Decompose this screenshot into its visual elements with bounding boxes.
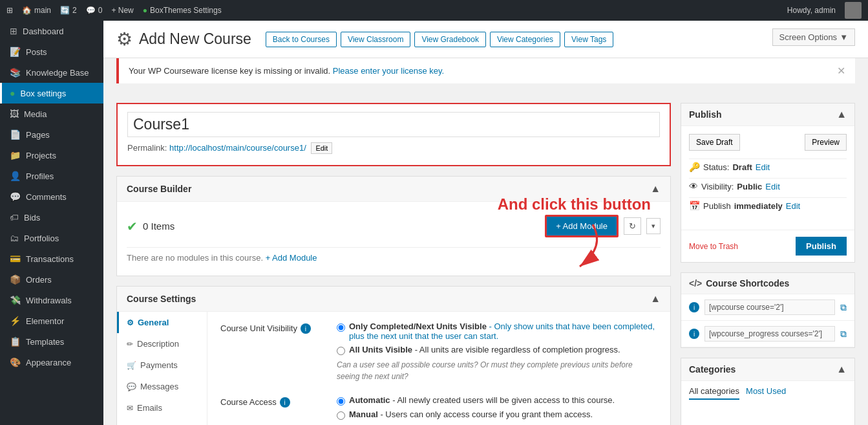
publish-actions: Save Draft Preview <box>689 134 847 151</box>
tab-general[interactable]: ⚙ General <box>117 312 207 333</box>
permalink-url[interactable]: http://localhost/main/course/course1/ <box>169 143 306 153</box>
radio-manual: Manual - Users can only access course if… <box>337 409 657 420</box>
knowledge-base-icon: 📚 <box>10 67 21 78</box>
screen-options-button[interactable]: Screen Options ▼ <box>772 28 855 46</box>
status-edit-link[interactable]: Edit <box>756 162 770 172</box>
sidebar-item-appearance[interactable]: 🎨 Appearance <box>0 352 103 373</box>
orders-icon: 📦 <box>10 274 21 285</box>
sidebar-item-knowledge-base[interactable]: 📚 Knowledge Base <box>0 62 103 83</box>
plugin-link[interactable]: ● BoxThemes Settings <box>143 6 222 15</box>
appearance-icon: 🎨 <box>10 357 21 367</box>
dropdown-button[interactable]: ▾ <box>646 218 661 234</box>
publish-time-label: Publish <box>703 201 731 211</box>
collapse-icon[interactable]: ▲ <box>650 293 661 305</box>
sidebar-item-profiles[interactable]: 👤 Profiles <box>0 166 103 186</box>
sidebar-item-transactions[interactable]: 💳 Transactions <box>0 248 103 269</box>
publish-box: Publish ▲ Save Draft Preview 🔑 Status: D… <box>681 103 855 263</box>
course-settings-title: Course Settings <box>127 294 196 304</box>
shortcode-info-icon-2[interactable]: i <box>689 329 699 339</box>
permalink-edit-button[interactable]: Edit <box>311 142 332 154</box>
tab-emails-label: Emails <box>137 403 162 413</box>
sidebar-item-bids[interactable]: 🏷 Bids <box>0 207 103 228</box>
course-title-input[interactable] <box>127 112 660 137</box>
sidebar-item-pages[interactable]: 📄 Pages <box>0 124 103 145</box>
builder-actions: + Add Module ↻ ▾ <box>545 215 661 237</box>
categories-collapse-icon[interactable]: ▲ <box>836 364 847 375</box>
home-icon: 🏠 <box>22 6 32 15</box>
tab-most-used[interactable]: Most Used <box>746 386 786 400</box>
shortcodes-header: </> Course Shortcodes <box>681 273 854 294</box>
radio-all-visible-input[interactable] <box>337 347 345 355</box>
course-builder-title: Course Builder <box>127 184 191 194</box>
radio-automatic-input[interactable] <box>337 397 345 406</box>
radio-completed-next-input[interactable] <box>337 323 345 332</box>
shortcode-info-icon-1[interactable]: i <box>689 302 699 312</box>
site-link[interactable]: 🏠 main <box>22 6 51 15</box>
sidebar-item-dashboard[interactable]: ⊞ Dashboard <box>0 21 103 41</box>
back-to-courses-button[interactable]: Back to Courses <box>266 32 337 47</box>
sidebar-item-label: Orders <box>26 275 52 285</box>
view-categories-button[interactable]: View Categories <box>490 32 560 47</box>
sidebar-item-elementor[interactable]: ⚡ Elementor <box>0 311 103 331</box>
course-access-info-icon[interactable]: i <box>280 397 290 408</box>
add-module-link[interactable]: + Add Module <box>266 253 317 263</box>
sidebar-item-withdrawals[interactable]: 💸 Withdrawals <box>0 290 103 311</box>
tab-payments[interactable]: 🛒 Payments <box>117 354 207 376</box>
tab-certificates[interactable]: 🏆 Certificates <box>117 419 207 425</box>
publish-collapse-icon[interactable]: ▲ <box>836 109 847 120</box>
comments-link[interactable]: 💬 0 <box>86 6 103 15</box>
sidebar-item-orders[interactable]: 📦 Orders <box>0 269 103 290</box>
collapse-icon[interactable]: ▲ <box>650 183 661 195</box>
description-icon: ✏ <box>127 340 133 349</box>
sidebar-item-label: Appearance <box>26 358 71 367</box>
sidebar-item-label: Media <box>24 109 47 119</box>
tab-description-label: Description <box>137 339 179 349</box>
sidebar-item-label: Comments <box>26 192 67 202</box>
move-to-trash-link[interactable]: Move to Trash <box>689 242 738 251</box>
course-builder-panel: Course Builder ▲ And click this button <box>116 176 671 276</box>
sidebar-item-box-settings[interactable]: ● Box settings <box>0 83 103 104</box>
tab-emails[interactable]: ✉ Emails <box>117 397 207 419</box>
preview-button[interactable]: Preview <box>805 134 847 151</box>
course-access-setting: Course Access i Automatic - All newly cr… <box>220 395 657 424</box>
sidebar-item-templates[interactable]: 📋 Templates <box>0 331 103 352</box>
plugin-status-icon: ● <box>143 6 147 15</box>
tab-all-categories[interactable]: All categories <box>689 386 739 400</box>
close-icon[interactable]: ✕ <box>837 65 845 77</box>
wp-logo[interactable]: ⊞ <box>6 6 13 15</box>
sidebar-item-posts[interactable]: 📝 Posts <box>0 41 103 62</box>
copy-icon-2[interactable]: ⧉ <box>840 329 847 340</box>
tab-messages[interactable]: 💬 Messages <box>117 376 207 397</box>
updates-link[interactable]: 🔄 2 <box>60 6 77 15</box>
visibility-icon: 👁 <box>689 181 698 191</box>
publish-button[interactable]: Publish <box>796 237 847 256</box>
visibility-edit-link[interactable]: Edit <box>765 182 779 191</box>
tab-description[interactable]: ✏ Description <box>117 333 207 354</box>
withdrawals-icon: 💸 <box>10 295 21 305</box>
unit-visibility-info-icon[interactable]: i <box>301 323 311 334</box>
sidebar-item-media[interactable]: 🖼 Media <box>0 104 103 124</box>
publish-time-edit-link[interactable]: Edit <box>786 201 800 211</box>
sidebar-item-label: Bids <box>24 213 40 223</box>
new-link[interactable]: + New <box>111 6 133 15</box>
view-tags-button[interactable]: View Tags <box>564 32 613 47</box>
view-gradebook-button[interactable]: View Gradebook <box>414 32 486 47</box>
refresh-button[interactable]: ↻ <box>624 217 641 235</box>
sidebar-item-label: Elementor <box>26 316 64 326</box>
categories-box: Categories ▲ All categories Most Used <box>681 358 855 425</box>
screen-options-label: Screen Options <box>779 32 838 42</box>
sidebar-item-projects[interactable]: 📁 Projects <box>0 145 103 166</box>
view-classroom-button[interactable]: View Classroom <box>341 32 410 47</box>
radio-manual-input[interactable] <box>337 411 345 420</box>
license-warning-text: Your WP Courseware license key is missin… <box>129 66 330 76</box>
sidebar-item-comments[interactable]: 💬 Comments <box>0 186 103 207</box>
shortcode-input-1[interactable] <box>704 300 835 315</box>
copy-icon-1[interactable]: ⧉ <box>840 302 847 313</box>
top-bar-buttons: Back to Courses View Classroom View Grad… <box>266 32 613 47</box>
save-draft-button[interactable]: Save Draft <box>689 134 740 151</box>
add-module-button[interactable]: + Add Module <box>545 215 619 237</box>
license-warning-link[interactable]: Please enter your license key. <box>333 66 444 76</box>
course-builder-body: And click this button ✔ <box>117 202 670 276</box>
shortcode-input-2[interactable] <box>704 326 835 342</box>
sidebar-item-portfolios[interactable]: 🗂 Portfolios <box>0 228 103 248</box>
